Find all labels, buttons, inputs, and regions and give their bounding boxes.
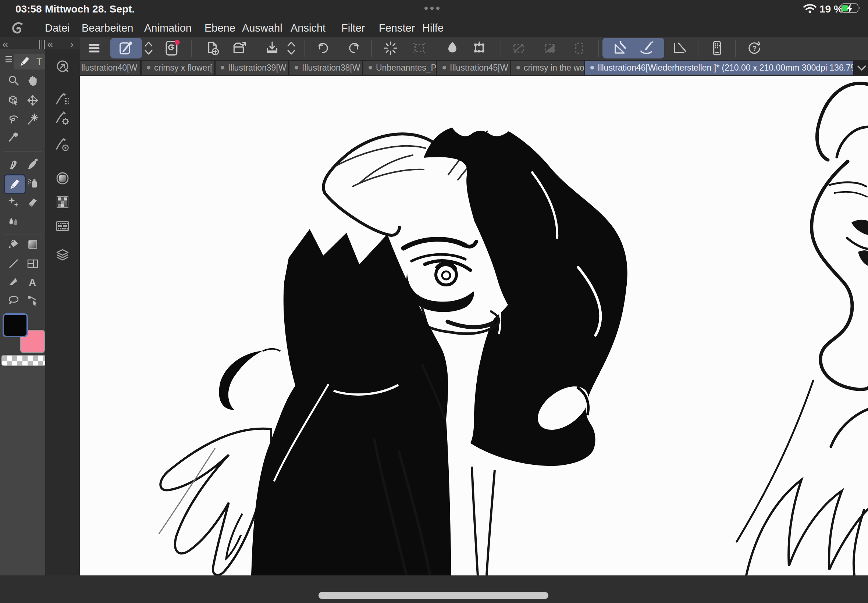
tool-hand[interactable] <box>23 72 43 90</box>
clip-studio-paint-window: 03:58 Mittwoch 28. Sept. 19 % Datei Bear… <box>0 0 868 603</box>
color-wheel-palette-icon[interactable] <box>54 170 71 186</box>
menu-animation[interactable]: Animation <box>144 22 192 34</box>
snap-group <box>602 38 664 59</box>
tool-lasso[interactable] <box>4 111 23 128</box>
tool-polyline[interactable] <box>4 274 23 291</box>
redo-icon[interactable] <box>344 38 365 59</box>
status-time: 03:58 <box>15 3 42 15</box>
wifi-icon <box>803 3 817 14</box>
palette-menu-icon[interactable] <box>5 56 13 63</box>
document-tab[interactable]: Illustration45[W <box>437 61 510 75</box>
tool-text[interactable]: A <box>23 274 43 291</box>
document-tab[interactable]: crimsy x flower[ <box>142 61 214 75</box>
document-tab[interactable]: Unbenanntes_P <box>364 61 436 75</box>
tool-correct-line[interactable] <box>23 292 43 309</box>
document-tab-bar: llustration40[W crimsy x flower[ Illustr… <box>80 60 868 76</box>
tool-balloon[interactable] <box>4 292 23 309</box>
undo-icon[interactable] <box>313 38 333 59</box>
tool-figure-line[interactable] <box>4 255 23 272</box>
transparent-color-chip[interactable] <box>1 355 46 366</box>
companion-mode-icon[interactable] <box>707 38 727 59</box>
selection-launcher-icon[interactable] <box>569 38 589 59</box>
tool-gradient[interactable] <box>23 236 43 254</box>
svg-text:A: A <box>29 277 36 288</box>
tool-pen[interactable] <box>4 156 23 173</box>
grabber-dots-icon[interactable] <box>424 7 439 10</box>
tool-fill-bucket[interactable] <box>4 236 23 254</box>
tool-zoom[interactable] <box>4 72 23 90</box>
main-color-chip[interactable] <box>3 313 28 337</box>
document-tab-active[interactable]: Illustration46[Wiederherstellen ]* (210.… <box>585 61 853 75</box>
open-file-icon[interactable] <box>229 38 250 59</box>
menu-bearbeiten[interactable]: Bearbeiten <box>82 22 133 34</box>
collapse-left-2-icon[interactable]: « <box>47 38 53 50</box>
menu-fenster[interactable]: Fenster <box>379 22 415 34</box>
menu-ebene[interactable]: Ebene <box>204 22 235 34</box>
tool-tab-label: T <box>36 57 42 67</box>
snap-to-curve-icon[interactable] <box>637 39 655 57</box>
refresh-canvas-icon[interactable] <box>380 38 401 59</box>
touch-gesture-icon[interactable] <box>110 38 142 59</box>
quick-access-icon[interactable] <box>54 58 71 74</box>
bottom-bar <box>0 575 868 603</box>
home-indicator[interactable] <box>319 592 548 599</box>
snap-to-ruler-icon[interactable] <box>612 39 629 57</box>
color-set-palette-icon[interactable] <box>54 194 71 210</box>
tool-switch-icon[interactable] <box>139 38 158 59</box>
tool-ink-brush[interactable] <box>23 156 43 173</box>
transform-icon[interactable] <box>469 38 489 59</box>
status-date: Mittwoch 28. Sept. <box>45 3 135 15</box>
svg-text:?: ? <box>752 45 757 52</box>
clip-studio-app-icon[interactable] <box>161 38 182 59</box>
document-tab[interactable]: crimsy in the wo <box>511 61 584 75</box>
palette-bar <box>45 49 80 575</box>
tool-move-layer[interactable] <box>23 91 43 109</box>
size-switch-icon[interactable] <box>283 38 299 59</box>
help-icon[interactable]: ? <box>744 38 765 59</box>
document-tab[interactable]: Illustration39[W <box>215 61 288 75</box>
select-layer-area-icon[interactable] <box>409 38 430 59</box>
document-tab[interactable]: Illustration38[W <box>289 61 362 75</box>
brush-size-palette-icon[interactable] <box>54 137 71 153</box>
drawing-canvas[interactable] <box>80 76 868 575</box>
snap-to-special-ruler-icon[interactable] <box>669 38 690 59</box>
tool-tab-pencil[interactable]: T <box>14 54 45 70</box>
document-tab[interactable]: llustration40[W <box>80 61 140 75</box>
tool-object[interactable] <box>4 91 23 109</box>
tool-airbrush[interactable] <box>23 174 43 192</box>
top-bar: 03:58 Mittwoch 28. Sept. 19 % Datei Bear… <box>0 0 868 37</box>
drag-handle-icon[interactable] <box>39 40 45 49</box>
new-canvas-icon[interactable] <box>202 38 223 59</box>
collapse-left-icon[interactable]: « <box>2 38 8 50</box>
save-file-icon[interactable] <box>262 38 282 59</box>
tool-eraser[interactable] <box>23 193 43 211</box>
menu-auswahl[interactable]: Auswahl <box>242 22 282 34</box>
expand-right-icon[interactable]: › <box>70 38 74 50</box>
tool-palette: T <box>0 49 45 575</box>
tool-frame-border[interactable] <box>23 255 43 272</box>
layer-palette-icon[interactable] <box>54 247 71 264</box>
sub-tool-palette-icon[interactable] <box>54 91 71 107</box>
tool-blend[interactable] <box>4 213 23 231</box>
menu-datei[interactable]: Datei <box>45 22 70 34</box>
tool-auto-select[interactable] <box>23 111 43 128</box>
battery-percent: 19 % <box>820 3 843 15</box>
tab-overflow-chevron-icon[interactable] <box>855 62 868 74</box>
command-bar: ? <box>80 37 868 60</box>
menu-filter[interactable]: Filter <box>341 22 365 34</box>
timeline-palette-icon[interactable] <box>54 218 71 234</box>
menu-hilfe[interactable]: Hilfe <box>422 22 444 34</box>
main-menu-icon[interactable] <box>84 38 104 59</box>
deselect-icon[interactable] <box>508 38 529 59</box>
tool-eyedropper[interactable] <box>4 128 23 145</box>
clip-studio-logo-icon[interactable] <box>10 20 25 35</box>
menu-ansicht[interactable]: Ansicht <box>291 22 325 34</box>
battery-icon <box>841 3 861 14</box>
tool-decoration[interactable] <box>4 193 23 211</box>
tool-property-palette-icon[interactable] <box>54 111 71 127</box>
fill-area-icon[interactable] <box>442 38 463 59</box>
canvas-artwork <box>80 76 868 575</box>
invert-selection-icon[interactable] <box>540 38 560 59</box>
tool-pencil-selected[interactable] <box>4 174 26 194</box>
